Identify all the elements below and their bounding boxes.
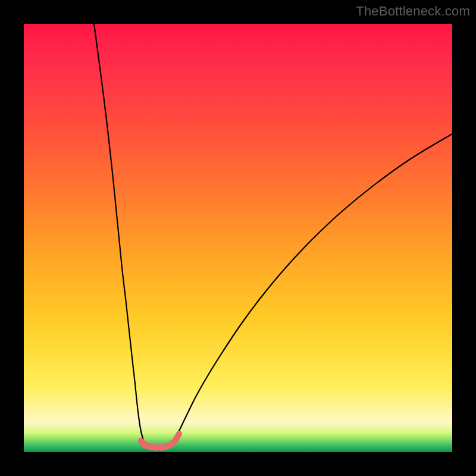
watermark-text: TheBottleneck.com: [356, 4, 470, 19]
curve-right-branch: [170, 134, 452, 446]
marker-dot: [173, 436, 179, 442]
curve-left-branch: [94, 24, 149, 446]
curve-svg: [24, 24, 452, 452]
plot-area: [24, 24, 452, 452]
chart-frame: TheBottleneck.com: [0, 0, 476, 476]
marker-dot: [177, 431, 181, 436]
